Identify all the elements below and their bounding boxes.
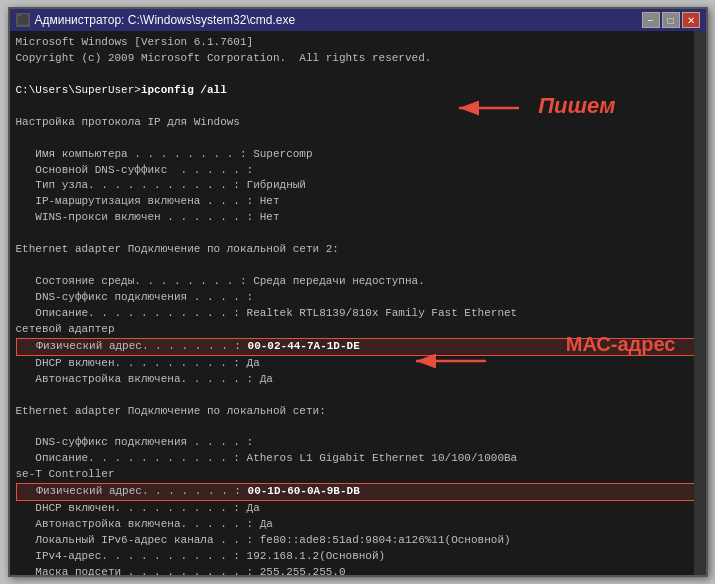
minimize-button[interactable]: − (642, 12, 660, 28)
line-dhcp1: DHCP включен. . . . . . . . . : Да (16, 356, 700, 372)
arrow-mac-icon (411, 346, 491, 376)
line-mac2: Физический адрес. . . . . . . : 00-1D-60… (16, 483, 700, 501)
window-title: Администратор: C:\Windows\system32\cmd.e… (35, 13, 296, 27)
line-blank4 (16, 258, 700, 274)
terminal-content: Microsoft Windows [Version 6.1.7601] Cop… (10, 31, 706, 575)
line-conn-dns2: DNS-суффикс подключения . . . . : (16, 435, 700, 451)
line-conn-dns: DNS-суффикс подключения . . . . : (16, 290, 700, 306)
cmd-icon: ⬛ (16, 13, 30, 27)
line-auto2: Автонастройка включена. . . . . : Да (16, 517, 700, 533)
line-desc2: Описание. . . . . . . . . . . : Atheros … (16, 451, 700, 467)
line-3 (16, 67, 700, 83)
line-wins: WINS-прокси включен . . . . . . : Нет (16, 210, 700, 226)
line-1: Microsoft Windows [Version 6.1.7601] (16, 35, 700, 51)
titlebar: ⬛ Администратор: C:\Windows\system32\cmd… (10, 9, 706, 31)
titlebar-left: ⬛ Администратор: C:\Windows\system32\cmd… (16, 13, 296, 27)
line-desc2b: se-T Controller (16, 467, 700, 483)
line-2: Copyright (c) 2009 Microsoft Corporation… (16, 51, 700, 67)
titlebar-controls[interactable]: − □ ✕ (642, 12, 700, 28)
line-blank2 (16, 131, 700, 147)
ethernet-header-1: Ethernet adapter Подключение по локально… (16, 404, 700, 420)
arrow-pishem-icon (454, 93, 524, 123)
line-ipv4: IPv4-адрес. . . . . . . . . . : 192.168.… (16, 549, 700, 565)
line-ipv6: Локальный IPv6-адрес канала . . : fe80::… (16, 533, 700, 549)
line-dhcp2: DHCP включен. . . . . . . . . : Да (16, 501, 700, 517)
line-iprouting: IP-маршрутизация включена . . . : Нет (16, 194, 700, 210)
line-blank3 (16, 226, 700, 242)
line-auto1: Автонастройка включена. . . . . : Да (16, 372, 700, 388)
line-mask: Маска подсети . . . . . . . . . : 255.25… (16, 565, 700, 575)
annotation-pishem: Пишем (538, 93, 615, 119)
line-blank6 (16, 420, 700, 436)
line-hostname: Имя компьютера . . . . . . . . : Superco… (16, 147, 700, 163)
line-blank5 (16, 388, 700, 404)
ethernet-header-2: Ethernet adapter Подключение по локально… (16, 242, 700, 258)
line-desc1: Описание. . . . . . . . . . . : Realtek … (16, 306, 700, 322)
line-media-state: Состояние среды. . . . . . . . : Среда п… (16, 274, 700, 290)
close-button[interactable]: ✕ (682, 12, 700, 28)
restore-button[interactable]: □ (662, 12, 680, 28)
cmd-window: ⬛ Администратор: C:\Windows\system32\cmd… (8, 7, 708, 577)
line-dns-suffix: Основной DNS-суффикс . . . . . : (16, 163, 700, 179)
annotation-mac: МАС-адрес (566, 333, 676, 356)
line-nodetype: Тип узла. . . . . . . . . . . : Гибридны… (16, 178, 700, 194)
scrollbar[interactable] (694, 31, 706, 575)
